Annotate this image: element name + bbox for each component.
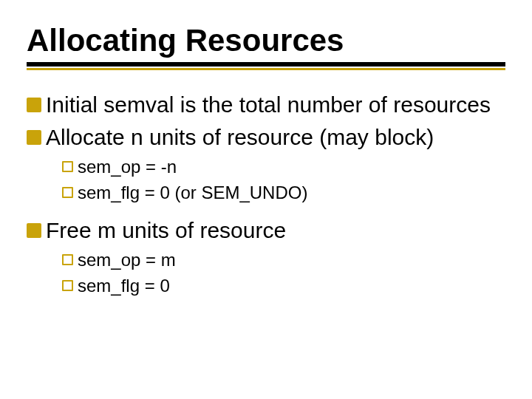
- bullet-text: sem_flg = 0: [78, 274, 505, 298]
- rule-gold: [27, 68, 505, 70]
- square-bullet-icon: [27, 98, 41, 112]
- bullet-level1: Allocate n units of resource (may block): [27, 123, 505, 151]
- sublist: sem_op = m sem_flg = 0: [62, 248, 505, 298]
- bullet-text: sem_flg = 0 (or SEM_UNDO): [78, 181, 505, 205]
- title-rule: [27, 62, 505, 70]
- bullet-level1: Free m units of resource: [27, 216, 505, 245]
- bullet-level2: sem_op = m: [62, 248, 505, 272]
- slide-title: Allocating Resources: [27, 24, 505, 58]
- slide: Allocating Resources Initial semval is t…: [0, 0, 532, 399]
- bullet-text: Initial semval is the total number of re…: [46, 91, 505, 119]
- bullet-text: sem_op = m: [78, 248, 505, 272]
- square-bullet-icon: [27, 130, 41, 145]
- bullet-level2: sem_flg = 0 (or SEM_UNDO): [62, 181, 505, 205]
- bullet-level2: sem_flg = 0: [62, 274, 505, 298]
- hollow-square-bullet-icon: [62, 187, 73, 198]
- hollow-square-bullet-icon: [62, 254, 73, 265]
- bullet-level1: Initial semval is the total number of re…: [27, 91, 505, 119]
- hollow-square-bullet-icon: [62, 161, 73, 172]
- square-bullet-icon: [27, 223, 41, 238]
- rule-black: [27, 62, 505, 66]
- content-area: Initial semval is the total number of re…: [27, 91, 505, 298]
- hollow-square-bullet-icon: [62, 280, 73, 291]
- bullet-text: Free m units of resource: [46, 216, 505, 245]
- bullet-level2: sem_op = -n: [62, 155, 505, 179]
- bullet-text: Allocate n units of resource (may block): [46, 123, 505, 151]
- bullet-text: sem_op = -n: [78, 155, 505, 179]
- sublist: sem_op = -n sem_flg = 0 (or SEM_UNDO): [62, 155, 505, 205]
